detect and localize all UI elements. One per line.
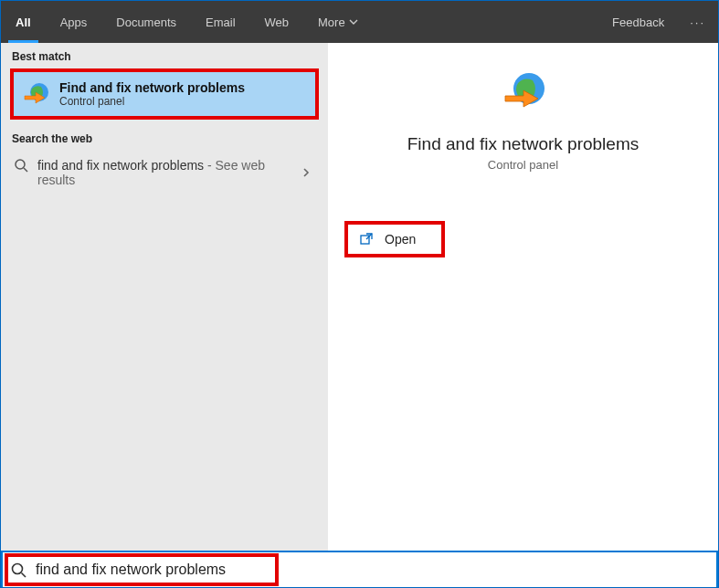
- svg-point-6: [13, 564, 23, 574]
- best-match-title: Find and fix network problems: [59, 80, 245, 95]
- search-input[interactable]: [36, 562, 709, 578]
- svg-point-1: [16, 160, 25, 169]
- network-troubleshoot-icon: [21, 79, 50, 109]
- feedback-link[interactable]: Feedback: [599, 1, 677, 43]
- tab-documents[interactable]: Documents: [101, 1, 191, 43]
- results-panel: Best match Find and fix network problems…: [1, 43, 328, 551]
- preview-title: Find and fix network problems: [407, 134, 639, 154]
- search-tabbar: All Apps Documents Email Web More Feedba…: [1, 1, 718, 43]
- best-match-header: Best match: [1, 43, 328, 68]
- chevron-down-icon: [349, 17, 358, 26]
- chevron-right-icon: [301, 167, 315, 178]
- search-icon: [14, 158, 28, 173]
- open-label: Open: [385, 232, 416, 247]
- web-result-row[interactable]: find and fix network problems - See web …: [1, 151, 328, 194]
- search-icon: [10, 562, 26, 578]
- search-bar[interactable]: [1, 551, 718, 587]
- more-options-button[interactable]: ···: [677, 1, 718, 43]
- open-icon: [359, 232, 374, 247]
- preview-subtitle: Control panel: [488, 158, 558, 172]
- best-match-subtitle: Control panel: [59, 95, 245, 108]
- tab-apps[interactable]: Apps: [46, 1, 102, 43]
- web-result-query: find and fix network problems: [37, 158, 204, 173]
- best-match-result[interactable]: Find and fix network problems Control pa…: [10, 68, 319, 120]
- open-button[interactable]: Open: [344, 221, 445, 257]
- tab-web[interactable]: Web: [250, 1, 304, 43]
- network-troubleshoot-icon: [500, 68, 547, 116]
- tab-all[interactable]: All: [1, 1, 46, 43]
- svg-line-7: [22, 573, 26, 578]
- search-web-header: Search the web: [1, 125, 328, 151]
- tab-email[interactable]: Email: [191, 1, 250, 43]
- svg-line-2: [24, 168, 27, 172]
- preview-panel: Find and fix network problems Control pa…: [328, 43, 718, 551]
- svg-rect-4: [361, 236, 369, 244]
- tab-more[interactable]: More: [303, 1, 373, 43]
